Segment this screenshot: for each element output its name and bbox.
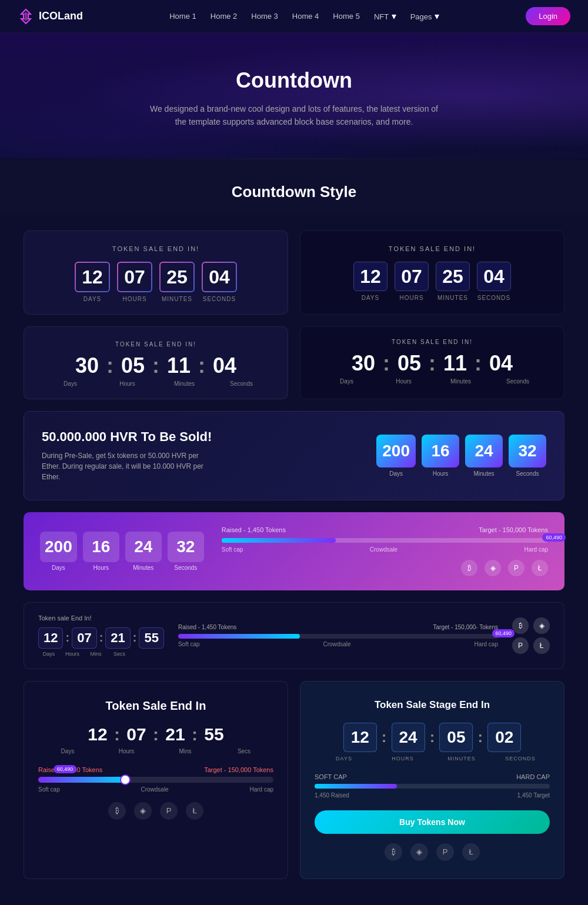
logo-text: ICOLand (39, 10, 83, 22)
box4-sep1: : (380, 351, 392, 376)
countdown-box-3: TOKEN SALE END IN! 30 : 05 : 11 : 04 Day… (24, 326, 288, 399)
box4-days-label: Days (332, 378, 362, 385)
countdown-box-1: TOKEN SALE END IN! 12 DAYS 07 HOURS 25 M… (24, 231, 288, 315)
bl-paypal-icon: P (160, 802, 178, 820)
purple-numbers: 200 Days 16 Hours 24 Minutes 32 Seconds (40, 532, 204, 571)
token-target-label: Target - 150,000- Tokens (433, 624, 498, 630)
token-days-label: Days (38, 651, 59, 657)
purple-seconds-label: Seconds (174, 565, 197, 571)
login-button[interactable]: Login (526, 7, 570, 25)
token-progress-fill: 60,490 (178, 634, 300, 639)
hvr-minutes-label: Minutes (473, 470, 494, 477)
bl-progress-bar: 60,490 (38, 777, 273, 783)
token-eth-icon: ◈ (533, 617, 550, 634)
hvr-row: 50.000.000 HVR To Be Sold! During Pre-Sa… (24, 411, 564, 500)
box3-numbers: 30 : 05 : 11 : 04 (42, 353, 270, 378)
hvr-seconds-unit: 32 Seconds (509, 435, 546, 477)
bl-hours: 07 (123, 724, 149, 744)
purple-hours-label: Hours (93, 565, 109, 571)
br-hours: 24 (392, 723, 425, 752)
logo[interactable]: ICOLand (18, 8, 83, 25)
purple-minutes-label: Minutes (133, 565, 153, 571)
box1-days-label: DAYS (83, 296, 102, 302)
box2-hours-label: HOURS (399, 295, 423, 301)
countdown-section: TOKEN SALE END IN! 12 DAYS 07 HOURS 25 M… (0, 213, 588, 905)
hvr-days-unit: 200 Days (376, 435, 416, 477)
bottom-right-box: Token Sale Stage End In 12 : 24 : 05 : 0… (300, 681, 564, 879)
box1-minutes-label: MINUTES (162, 296, 192, 302)
nav-home4[interactable]: Home 4 (292, 12, 319, 21)
bl-minutes: 21 (162, 724, 188, 744)
box1-seconds-unit: 04 SECONDS (202, 262, 237, 302)
box2-hours: 07 (395, 262, 429, 291)
bl-crypto-icons: ₿ ◈ P Ł (38, 802, 273, 820)
token-labels: Days Hours Mins Secs (38, 651, 164, 657)
token-hours: 07 (72, 627, 96, 649)
hvr-minutes-unit: 24 Minutes (465, 435, 503, 477)
box3-seconds: 04 (210, 353, 239, 378)
box1-minutes-unit: 25 MINUTES (159, 262, 195, 302)
bl-progress-fill: 60,490 (38, 777, 128, 783)
br-ltc-icon: Ł (462, 843, 480, 861)
br-numbers: 12 : 24 : 05 : 02 (315, 723, 550, 752)
hvr-minutes: 24 (465, 435, 503, 467)
box4-minutes-label: Minutes (446, 378, 476, 385)
bl-crowdsale: Crowdsale (141, 786, 168, 793)
bl-ltc-icon: Ł (186, 802, 203, 820)
box1-hours-label: HOURS (122, 296, 146, 302)
br-days: 12 (343, 723, 377, 752)
box1-hours-unit: 07 HOURS (117, 262, 152, 302)
nav-home2[interactable]: Home 2 (211, 12, 238, 21)
bottom-two-row: Token Sale End In 12 : 07 : 21 : 55 Days… (24, 681, 564, 879)
bitcoin-icon: ₿ (461, 560, 477, 576)
bl-minutes-label: Mins (172, 748, 198, 754)
box4-minutes: 11 (440, 351, 470, 376)
token-progress-bar: 60,490 (178, 634, 498, 639)
box2-minutes-label: MINUTES (437, 295, 468, 301)
hvr-numbers: 200 Days 16 Hours 24 Minutes 32 Seconds (376, 435, 546, 477)
purple-days: 200 (40, 532, 77, 562)
token-soft-cap: Soft cap (178, 641, 200, 647)
nav-pages[interactable]: Pages (410, 12, 432, 21)
box2-days: 12 (353, 262, 387, 291)
br-hours-label: HOURS (387, 756, 418, 762)
hvr-hours-label: Hours (433, 470, 449, 477)
purple-target-label: Target - 150,000 Tokens (479, 526, 548, 533)
br-hard-cap: HARD CAP (516, 773, 550, 780)
row-1: TOKEN SALE END IN! 12 DAYS 07 HOURS 25 M… (24, 231, 564, 315)
box1-hours: 07 (117, 262, 152, 292)
token-minutes: 21 (105, 627, 130, 649)
box1-seconds-label: SECONDS (203, 296, 236, 302)
section-title: Countdown Style (12, 183, 576, 201)
nav-home1[interactable]: Home 1 (169, 12, 196, 21)
purple-days-unit: 200 Days (40, 532, 77, 571)
br-bitcoin-icon: ₿ (385, 843, 402, 861)
br-cap-row: SOFT CAP HARD CAP (315, 773, 550, 780)
bl-soft-cap: Soft cap (38, 786, 60, 793)
box2-days-label: DAYS (362, 295, 380, 301)
box3-days: 30 (72, 353, 102, 378)
token-seconds-label: Secs (109, 651, 130, 657)
hvr-days-label: Days (389, 470, 403, 477)
nav-home3[interactable]: Home 3 (251, 12, 278, 21)
box4-days: 30 (349, 351, 378, 376)
nav-home5[interactable]: Home 5 (333, 12, 360, 21)
box2-seconds: 04 (477, 262, 511, 291)
box1-days-unit: 12 DAYS (75, 262, 110, 302)
buy-tokens-button[interactable]: Buy Tokens Now (315, 810, 550, 834)
bl-eth-icon: ◈ (134, 802, 152, 820)
token-left-title: Token sale End In! (38, 615, 164, 622)
box3-minutes-label: Minutes (170, 380, 199, 387)
bl-prog-markers: Soft cap Crowdsale Hard cap (38, 786, 273, 793)
purple-soft-cap: Soft cap (222, 546, 243, 553)
box4-hours-label: Hours (389, 378, 419, 385)
purple-progress-info: Raised - 1,450 Tokens Target - 150,000 T… (222, 526, 548, 533)
box2-minutes-unit: 25 MINUTES (436, 262, 470, 301)
section-title-area: Countdown Style (0, 159, 588, 213)
token-progress-markers: Soft cap Crowdsale Hard cap (178, 641, 498, 647)
token-left: Token sale End In! 12 : 07 : 21 : 55 Day… (38, 615, 164, 657)
nav-nft[interactable]: NFT (374, 12, 389, 21)
box1-minutes: 25 (159, 262, 195, 292)
paypal-icon: P (508, 560, 524, 576)
br-paypal-icon: P (436, 843, 454, 861)
